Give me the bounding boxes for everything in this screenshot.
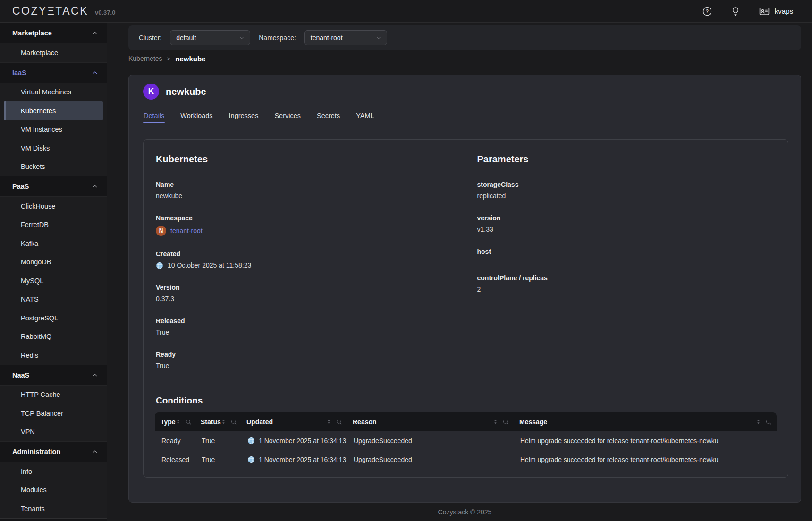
sidebar-item-marketplace[interactable]: Marketplace	[0, 43, 107, 62]
chevron-up-icon	[92, 448, 98, 455]
chevron-up-icon	[92, 30, 98, 36]
field-namespace: Namespace N tenant-root	[155, 214, 466, 236]
topbar: COZYΞTACK v0.37.0 ? kvaps	[0, 0, 812, 23]
tab-secrets[interactable]: Secrets	[316, 108, 340, 123]
sidebar-item-buckets[interactable]: Buckets	[0, 158, 107, 176]
conditions-table-header: Type Status Updated	[155, 412, 777, 431]
globe-icon	[156, 262, 163, 269]
user-menu[interactable]: kvaps	[759, 6, 793, 17]
sidebar-item-modules[interactable]: Modules	[0, 481, 107, 500]
conditions-section: Conditions Type Status	[155, 395, 777, 469]
sidebar: Marketplace Marketplace IaaS Virtual Mac…	[0, 23, 107, 521]
sidebar-item-ferretdb[interactable]: FerretDB	[0, 216, 107, 235]
sidebar-item-mysql[interactable]: MySQL	[0, 271, 107, 290]
sidebar-item-vpn[interactable]: VPN	[0, 423, 107, 442]
sort-icon[interactable]	[221, 419, 226, 425]
breadcrumb-kubernetes-link[interactable]: Kubernetes	[128, 55, 162, 62]
breadcrumb-separator: >	[167, 55, 171, 62]
lightbulb-theme-icon[interactable]	[730, 6, 741, 17]
search-icon[interactable]	[765, 419, 772, 425]
field-version: Version 0.37.3	[155, 284, 466, 303]
sort-icon[interactable]	[756, 419, 761, 425]
chevron-down-icon	[238, 34, 245, 41]
column-header-message[interactable]: Message	[514, 412, 777, 431]
sidebar-item-kafka[interactable]: Kafka	[0, 234, 107, 253]
column-header-reason[interactable]: Reason	[347, 412, 514, 431]
sidebar-item-info[interactable]: Info	[0, 462, 107, 481]
namespace-select-value: tenant-root	[311, 34, 343, 42]
globe-icon	[247, 437, 255, 445]
tab-services[interactable]: Services	[274, 108, 301, 123]
conditions-table: Type Status Updated	[155, 412, 777, 469]
condition-row-ready: Ready True 1 November 2025 at 16:34:13 U…	[155, 431, 777, 450]
context-filters-bar: Cluster: default Namespace: tenant-root	[128, 25, 801, 50]
search-icon[interactable]	[230, 419, 237, 425]
main-content: Cluster: default Namespace: tenant-root …	[107, 23, 812, 521]
section-heading-parameters: Parameters	[477, 154, 777, 165]
sidebar-item-clickhouse[interactable]: ClickHouse	[0, 197, 107, 216]
search-icon[interactable]	[336, 419, 342, 425]
sort-icon[interactable]	[176, 419, 181, 425]
sidebar-group-header-marketplace[interactable]: Marketplace	[0, 23, 107, 43]
page-title: newkube	[166, 86, 206, 97]
resource-header: K newkube	[143, 84, 788, 100]
search-icon[interactable]	[502, 419, 509, 425]
tab-yaml[interactable]: YAML	[355, 108, 374, 123]
sidebar-item-http-cache[interactable]: HTTP Cache	[0, 386, 107, 404]
sidebar-item-rabbitmq[interactable]: RabbitMQ	[0, 328, 107, 346]
sort-icon[interactable]	[493, 419, 498, 425]
sidebar-item-nats[interactable]: NATS	[0, 290, 107, 309]
id-badge-icon	[759, 6, 770, 17]
details-panel: Kubernetes Name newkube Namespace N tena…	[143, 139, 788, 478]
breadcrumb: Kubernetes > newkube	[128, 54, 801, 63]
globe-icon	[247, 456, 255, 463]
field-name: Name newkube	[155, 181, 466, 200]
app-version: v0.37.0	[95, 9, 115, 16]
column-header-status[interactable]: Status	[195, 412, 241, 431]
condition-row-released: Released True 1 November 2025 at 16:34:1…	[155, 450, 777, 469]
sidebar-item-postgresql[interactable]: PostgreSQL	[0, 309, 107, 328]
sidebar-item-tcp-balancer[interactable]: TCP Balancer	[0, 404, 107, 423]
field-created: Created 10 October 2025 at 11:58:23	[155, 250, 466, 269]
field-controlplane-replicas: controlPlane / replicas 2	[476, 274, 777, 294]
kubernetes-avatar: K	[143, 84, 159, 100]
sidebar-item-vm-instances[interactable]: VM Instances	[0, 120, 107, 139]
sort-icon[interactable]	[326, 419, 331, 425]
tab-details[interactable]: Details	[143, 108, 165, 123]
sidebar-item-redis[interactable]: Redis	[0, 346, 107, 365]
sidebar-item-tenants[interactable]: Tenants	[0, 499, 107, 518]
namespace-link[interactable]: tenant-root	[170, 227, 203, 235]
tab-ingresses[interactable]: Ingresses	[228, 108, 259, 123]
column-header-updated[interactable]: Updated	[241, 412, 347, 431]
namespace-select[interactable]: tenant-root	[304, 30, 387, 45]
sidebar-group-header-naas[interactable]: NaaS	[0, 365, 107, 386]
app-logo[interactable]: COZYΞTACK	[12, 5, 88, 17]
tab-workloads[interactable]: Workloads	[180, 108, 213, 123]
sidebar-item-kubernetes[interactable]: Kubernetes	[4, 101, 103, 120]
namespace-label: Namespace:	[259, 34, 296, 42]
column-header-type[interactable]: Type	[155, 412, 195, 431]
sidebar-group-header-paas[interactable]: PaaS	[0, 176, 107, 197]
sidebar-group-header-iaas[interactable]: IaaS	[0, 62, 107, 83]
sidebar-group-header-administration[interactable]: Administration	[0, 441, 107, 462]
footer-copyright: Cozystack © 2025	[128, 503, 801, 521]
kubernetes-section: Kubernetes Name newkube Namespace N tena…	[155, 150, 466, 384]
section-heading-kubernetes: Kubernetes	[156, 154, 466, 165]
parameters-section: Parameters storageClass replicated versi…	[466, 150, 777, 384]
sidebar-item-vm-disks[interactable]: VM Disks	[0, 139, 107, 158]
tab-bar: Details Workloads Ingresses Services Sec…	[143, 108, 788, 123]
cluster-select[interactable]: default	[170, 30, 250, 45]
search-icon[interactable]	[185, 419, 192, 425]
username: kvaps	[775, 7, 793, 15]
svg-text:?: ?	[706, 8, 709, 14]
resource-card: K newkube Details Workloads Ingresses Se…	[128, 75, 801, 503]
chevron-up-icon	[92, 69, 98, 76]
field-released: Released True	[155, 317, 466, 336]
sidebar-item-virtual-machines[interactable]: Virtual Machines	[0, 83, 107, 102]
field-host: host	[476, 248, 777, 260]
chevron-down-icon	[375, 34, 382, 41]
field-k8s-version: version v1.33	[476, 214, 777, 234]
conditions-heading: Conditions	[156, 395, 777, 406]
help-icon[interactable]: ?	[702, 6, 712, 17]
sidebar-item-mongodb[interactable]: MongoDB	[0, 253, 107, 272]
